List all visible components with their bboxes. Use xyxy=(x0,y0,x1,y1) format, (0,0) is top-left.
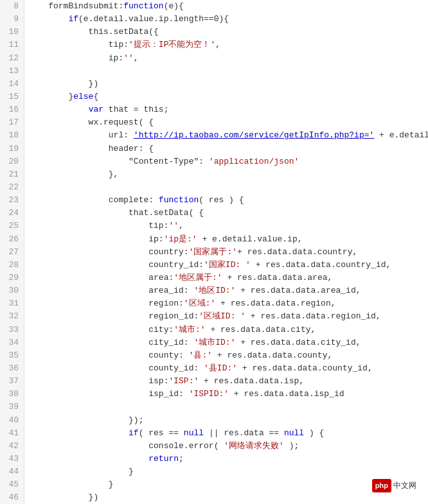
line-row: 10 this.setData({ xyxy=(0,26,428,39)
token-plain: area_id: xyxy=(28,286,193,295)
token-kw: if xyxy=(68,14,78,24)
token-str: 'ISPID:' xyxy=(189,389,229,399)
token-plain: url: xyxy=(28,130,134,140)
token-str: 'application/json' xyxy=(209,157,299,166)
line-content: return; xyxy=(24,453,428,465)
token-kw: null xyxy=(184,428,204,438)
line-row: 21 }, xyxy=(0,168,428,181)
token-str: '网络请求失败' xyxy=(224,441,284,451)
line-row: 24 that.setData( { xyxy=(0,207,428,220)
line-row: 37 isp:'ISP:' + res.data.data.isp, xyxy=(0,375,428,388)
line-content: region_id:'区域ID: ' + res.data.data.regio… xyxy=(24,310,428,323)
line-row: 35 county: '县:' + res.data.data.county, xyxy=(0,349,428,362)
token-str: 'ISP:' xyxy=(168,376,199,386)
line-row: 46 }) xyxy=(0,491,428,504)
line-content: }else{ xyxy=(24,91,428,103)
token-plain: this.setData({ xyxy=(28,27,159,37)
line-number: 12 xyxy=(0,52,24,65)
line-number: 13 xyxy=(0,65,24,78)
token-str: '' xyxy=(168,221,179,230)
line-content: }, xyxy=(24,168,428,181)
token-plain: + res.data.data.city, xyxy=(206,325,316,335)
line-content: tip:'提示：IP不能为空！', xyxy=(24,39,428,51)
token-plain: + res.data.data.country_id, xyxy=(251,260,391,270)
line-row: 8 formBindsubmit:function(e){ xyxy=(0,0,428,13)
watermark-php-label: php xyxy=(372,479,391,492)
line-row: 32 region_id:'区域ID: ' + res.data.data.re… xyxy=(0,310,428,323)
line-content: header: { xyxy=(24,143,428,155)
code-editor: 8 formBindsubmit:function(e){9 if(e.deta… xyxy=(0,0,428,504)
line-row: 43 return; xyxy=(0,453,428,465)
line-row: 38 isp_id: 'ISPID:' + res.data.data.isp_… xyxy=(0,388,428,401)
token-plain: ip: xyxy=(28,234,164,244)
line-content: this.setData({ xyxy=(24,26,428,39)
token-kw: if xyxy=(129,428,139,438)
token-plain: city: xyxy=(28,325,174,335)
token-plain: } xyxy=(28,467,134,476)
line-number: 26 xyxy=(0,233,24,246)
token-plain: tip: xyxy=(28,221,168,230)
token-plain xyxy=(28,14,68,24)
line-content: county_id: '县ID:' + res.data.data.county… xyxy=(24,362,428,375)
token-plain: } xyxy=(28,480,114,489)
line-row: 14 }) xyxy=(0,78,428,91)
line-number: 21 xyxy=(0,168,24,181)
line-row: 29 area:'地区属于:' + res.data.data.area, xyxy=(0,272,428,284)
token-str: '' xyxy=(123,53,134,63)
token-plain: ip: xyxy=(28,53,123,63)
token-plain: (e){ xyxy=(164,1,184,11)
token-kw: var xyxy=(89,105,103,114)
token-plain: ( res ) { xyxy=(199,195,244,205)
line-content: complete: function( res ) { xyxy=(24,194,428,207)
line-row: 23 complete: function( res ) { xyxy=(0,194,428,207)
line-content: console.error( '网络请求失败' ); xyxy=(24,440,428,453)
line-content: url: 'http://ip.taobao.com/service/getIp… xyxy=(24,129,428,142)
line-row: 33 city:'城市:' + res.data.data.city, xyxy=(0,324,428,336)
token-plain: , xyxy=(215,40,220,49)
line-number: 35 xyxy=(0,349,24,362)
token-str: '城市ID:' xyxy=(193,338,235,347)
token-plain: county_id: xyxy=(28,363,204,373)
line-number: 36 xyxy=(0,362,24,375)
line-number: 28 xyxy=(0,259,24,272)
token-plain: "Content-Type": xyxy=(28,157,209,166)
line-row: 18 url: 'http://ip.taobao.com/service/ge… xyxy=(0,129,428,142)
line-row: 30 area_id: '地区ID:' + res.data.data.area… xyxy=(0,284,428,297)
token-plain: city_id: xyxy=(28,338,193,347)
token-kw: function xyxy=(159,195,199,205)
line-content: that.setData( { xyxy=(24,207,428,220)
line-content: country_id:'国家ID: ' + res.data.data.coun… xyxy=(24,259,428,272)
line-content: country:'国家属于:'+ res.data.data.country, xyxy=(24,246,428,259)
line-row: 13 xyxy=(0,65,428,78)
token-str: '县ID:' xyxy=(204,363,237,373)
token-str: '区域:' xyxy=(184,299,215,308)
line-row: 27 country:'国家属于:'+ res.data.data.countr… xyxy=(0,246,428,259)
line-number: 8 xyxy=(0,0,24,13)
line-number: 30 xyxy=(0,284,24,297)
line-content: var that = this; xyxy=(24,103,428,116)
line-number: 11 xyxy=(0,39,24,51)
line-number: 38 xyxy=(0,388,24,401)
token-plain: ); xyxy=(284,441,299,451)
line-row: 9 if(e.detail.value.ip.length==0){ xyxy=(0,13,428,26)
line-row: 39 xyxy=(0,401,428,413)
line-number: 25 xyxy=(0,220,24,232)
token-plain: + res.data.data.city_id, xyxy=(235,338,361,347)
token-plain: }); xyxy=(28,415,143,425)
line-content: ip:'', xyxy=(24,52,428,65)
token-str: '国家ID: ' xyxy=(204,260,251,270)
line-number: 27 xyxy=(0,246,24,259)
token-kw: else xyxy=(73,92,93,101)
line-content: "Content-Type": 'application/json' xyxy=(24,155,428,168)
line-content: tip:'', xyxy=(24,220,428,232)
line-row: 34 city_id: '城市ID:' + res.data.data.city… xyxy=(0,336,428,349)
line-number: 44 xyxy=(0,465,24,478)
line-row: 20 "Content-Type": 'application/json' xyxy=(0,155,428,168)
token-plain xyxy=(28,105,89,114)
token-plain: ( res == xyxy=(139,428,184,438)
token-plain: + res.data.data.area_id, xyxy=(235,286,361,295)
line-number: 31 xyxy=(0,297,24,310)
token-plain: country_id: xyxy=(28,260,204,270)
token-plain: + res.data.data.region_id, xyxy=(245,311,381,321)
token-plain: that.setData( { xyxy=(28,208,204,218)
